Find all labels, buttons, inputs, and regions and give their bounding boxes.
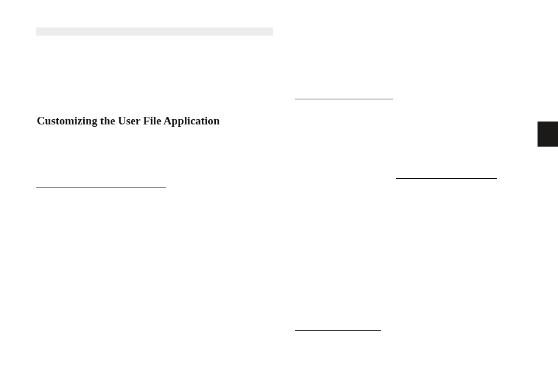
- side-page-tab: [538, 122, 558, 147]
- horizontal-rule: [295, 99, 393, 99]
- section-heading: Customizing the User File Application: [37, 115, 220, 127]
- horizontal-rule: [295, 330, 381, 331]
- horizontal-rule: [36, 188, 166, 188]
- horizontal-rule: [396, 178, 497, 179]
- grey-placeholder-bar: [36, 27, 273, 36]
